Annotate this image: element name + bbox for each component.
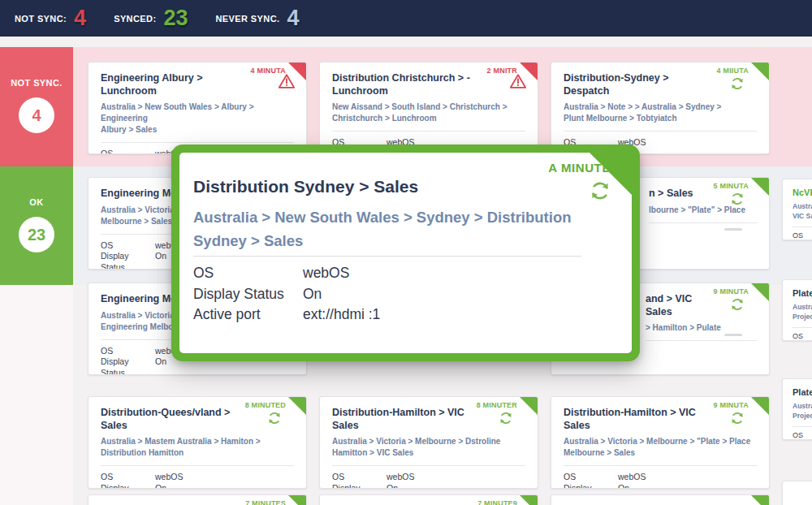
- sync-age-label: 7 MINUTES: [245, 499, 286, 505]
- detail-label: OS: [793, 431, 812, 440]
- card-divider: [793, 426, 812, 427]
- modal-details: OS webOS Display Status On Active port e…: [193, 263, 615, 326]
- breadcrumb: Australia > New South Wales > Albury > E…: [101, 101, 294, 136]
- device-card[interactable]: 8 MINUTERDistribution-Hamilton > VIC Sal…: [319, 396, 538, 489]
- breadcrumb: AustralProject: [793, 402, 812, 421]
- device-card[interactable]: NcVÉAustralVIC SaleOSDisplay8 minus: [782, 179, 812, 240]
- device-card[interactable]: 4 MIIUTADistribution-Sydney > DespatchAu…: [551, 62, 770, 154]
- detail-row: OS: [793, 231, 812, 240]
- detail-label: Display Status: [564, 483, 618, 489]
- device-card[interactable]: 7 MINUTE9: [319, 494, 538, 505]
- detail-label: OS: [101, 346, 155, 357]
- device-card[interactable]: 7 MINUTES: [88, 494, 307, 505]
- detail-row: Display StatusOn: [564, 483, 757, 489]
- breadcrumb: Australia > Victoria > Melbourne > "Plat…: [564, 436, 757, 459]
- breadcrumb-line: Australia > Victoria > Melbourne > "Plat…: [564, 436, 757, 447]
- status-fold-icon: [751, 63, 769, 80]
- status-fold-icon: [751, 397, 769, 415]
- detail-label: OS: [193, 263, 303, 284]
- card-content: Distribution Christchurch > - LunchroomN…: [320, 63, 538, 154]
- breadcrumb: Australia > Victoria > Melbourne > Dstro…: [332, 436, 525, 459]
- detail-value: On: [155, 251, 166, 270]
- sync-age-label: 5 MINUTA: [714, 182, 749, 190]
- device-title: Distribution-Hamilton > VIC Sales: [332, 407, 525, 432]
- sync-age-label: 8 MINUTER: [477, 401, 517, 409]
- detail-value: ext://hdmi :1: [303, 304, 380, 326]
- device-title: Distribution-Quees/vland > Sales: [101, 407, 294, 432]
- card-divider: [564, 465, 757, 466]
- summary-synced[interactable]: SYNCED: 23: [114, 7, 188, 29]
- card-details: OSwebOSDisplay StatusOnActive port: [101, 472, 294, 489]
- device-card[interactable]: 8 MINUTEDDistribution-Quees/vland > Sale…: [88, 396, 307, 489]
- card-content: NcVÉAustralVIC SaleOSDisplay8 minus: [783, 179, 812, 240]
- device-card[interactable]: Plate NAustralProjectOSDisplay8 minus: [782, 279, 812, 341]
- sync-icon: [729, 296, 745, 313]
- device-title: Plate N: [793, 387, 812, 399]
- detail-value: webOS: [303, 263, 349, 284]
- detail-row: OSwebOS: [332, 472, 525, 483]
- detail-label: OS: [101, 472, 155, 483]
- status-summary-bar: NOT SYNC: 4 SYNCED: 23 NEVER SYNC. 4: [0, 0, 812, 37]
- card-content: Plate NAustralProjectOSDisplay8 minus: [783, 280, 812, 341]
- detail-row: OSwebOS: [101, 472, 294, 483]
- detail-value: webOS: [155, 472, 183, 483]
- modal-device-title: Distribution Sydney > Sales: [193, 177, 418, 196]
- device-card[interactable]: 4 MINUTAEngineering Albury > LunchroomAu…: [88, 62, 307, 154]
- card-content: Plate NAustralProjectOSDisplay8 minus: [783, 379, 812, 440]
- breadcrumb: New Aissand > South Island > Christchurc…: [332, 101, 525, 124]
- device-card[interactable]: [782, 481, 812, 505]
- breadcrumb: AustralProject: [793, 303, 812, 322]
- summary-not-sync-count: 4: [74, 7, 86, 29]
- placeholder-dash: [724, 334, 742, 336]
- device-card[interactable]: 9 MINUTADistribution-Hamilton > VIC Sale…: [551, 396, 770, 489]
- card-divider: [332, 465, 525, 466]
- summary-synced-count: 23: [163, 7, 188, 29]
- breadcrumb-line: Australia > Note > > Australia > Sydney …: [564, 101, 757, 113]
- status-fold-icon: [751, 495, 769, 505]
- device-card[interactable]: Plate NAustralProjectOSDisplay8 minus: [782, 378, 812, 440]
- sync-icon: [498, 410, 514, 426]
- card-divider: [793, 327, 812, 328]
- sync-age-label: 9 MINUTA: [714, 401, 749, 409]
- detail-label: Display Status: [332, 483, 387, 489]
- sync-icon: [266, 410, 283, 426]
- detail-label: OS: [564, 472, 618, 483]
- detail-row: OSwebOS: [564, 472, 757, 483]
- detail-label: OS: [101, 149, 155, 154]
- breadcrumb-line: VIC Sale: [793, 212, 812, 222]
- device-card[interactable]: 2 MNITRDistribution Christchurch > - Lun…: [319, 62, 538, 154]
- device-detail-modal[interactable]: A MINUTE Distribution Sydney > Sales Aus…: [171, 145, 640, 361]
- modal-sync-age-label: A MINUTE: [548, 161, 611, 175]
- breadcrumb-line: > Hamilton > Pulate: [646, 322, 757, 334]
- detail-label: Display Status: [101, 251, 155, 270]
- breadcrumb: Australia > Note > > Australia > Sydney …: [564, 101, 757, 124]
- warning-icon: [278, 73, 296, 89]
- detail-row: OS: [793, 431, 812, 440]
- sync-dashboard: NOT SYNC: 4 SYNCED: 23 NEVER SYNC. 4 NOT…: [0, 0, 812, 505]
- card-divider: [101, 142, 294, 143]
- detail-value: webOS: [387, 472, 414, 483]
- breadcrumb-line: Albury > Sales: [101, 124, 294, 136]
- status-fold-icon: [751, 283, 769, 301]
- breadcrumb-line: Project: [793, 313, 812, 322]
- device-title: Distribution Christchurch > - Lunchroom: [332, 72, 525, 97]
- card-details: OSDisplay8 minus: [793, 431, 812, 440]
- sync-age-label: 8 MINUTED: [245, 401, 286, 409]
- modal-detail-row: OS webOS: [193, 263, 615, 284]
- breadcrumb: Australia > Mastem Australia > Hamiton >…: [101, 436, 294, 459]
- summary-synced-label: SYNCED:: [114, 14, 156, 24]
- device-title: Plate N: [793, 288, 812, 300]
- detail-label: OS: [793, 332, 812, 341]
- sync-icon: [588, 179, 612, 203]
- sync-age-label: 7 MINUTE9: [477, 499, 517, 505]
- sync-age-label: 9 MINUTA: [714, 287, 749, 296]
- summary-never-sync[interactable]: NEVER SYNC. 4: [216, 7, 300, 29]
- status-fold-icon: [288, 495, 306, 505]
- status-fold-icon: [751, 178, 769, 196]
- summary-not-sync-label: NOT SYNC:: [15, 14, 67, 24]
- device-card[interactable]: [551, 494, 770, 505]
- status-fold-icon: [288, 397, 306, 415]
- breadcrumb-line: Austral: [793, 303, 812, 313]
- card-content: Engineering Albury > LunchroomAustralia …: [89, 63, 306, 154]
- summary-not-sync[interactable]: NOT SYNC: 4: [15, 7, 86, 29]
